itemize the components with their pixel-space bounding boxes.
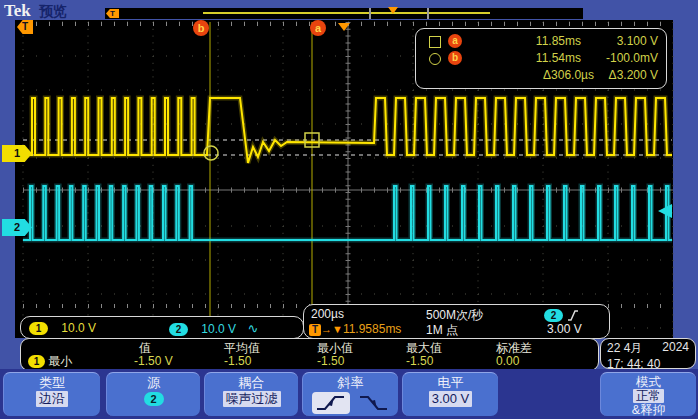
menu-coupling-button[interactable]: 耦合 噪声过滤 <box>204 372 298 416</box>
trigger-time-group: T→▼11.9585ms <box>309 322 401 336</box>
menu-coupling-value[interactable]: 噪声过滤 <box>223 391 281 407</box>
falling-edge-icon[interactable] <box>358 393 390 413</box>
timebase-trigger-box: 200µs 500M次/秒 2 T→▼11.9585ms 1M 点 3.00 V <box>303 304 610 339</box>
trigger-time: 11.9585ms <box>343 322 401 336</box>
ch2-ac-coupling-icon: ∿ <box>247 321 258 336</box>
menu-type-button[interactable]: 类型 边沿 <box>3 372 100 416</box>
record-length: 1M 点 <box>426 322 458 339</box>
year-label: 2024 <box>662 340 689 357</box>
menu-slope-button[interactable]: 斜率 <box>302 372 398 416</box>
menu-level-button[interactable]: 电平 3.00 V <box>402 372 498 416</box>
trigger-source-badge: 2 <box>544 309 563 322</box>
menu-level-value[interactable]: 3.00 V <box>429 391 473 407</box>
measurement-bar: 值 平均值 最小值 最大值 标准差 1 最小 -1.50 V -1.50 -1.… <box>20 338 599 371</box>
cursor-b-voltage: -100.0mV <box>546 51 658 65</box>
menu-source-ch2-badge[interactable]: 2 <box>144 392 164 406</box>
timebase-scale: 200µs <box>311 307 344 321</box>
oscilloscope-screen: { "header": { "logo": "Tek", "mode_label… <box>0 0 698 419</box>
menu-mode-value[interactable]: 正常 <box>633 389 664 403</box>
trigger-slope-rising-icon <box>566 309 580 322</box>
slope-rising-option[interactable] <box>312 392 350 414</box>
ch2-badge: 2 <box>169 323 188 336</box>
trigger-arrow-icon: →▼ <box>321 323 343 335</box>
trigger-t-chip-icon: T <box>309 324 321 336</box>
cursor-a-label: a <box>448 34 462 48</box>
softkey-menu: 类型 边沿 源 2 耦合 噪声过滤 斜率 电平 3.00 V 模式 <box>0 369 698 419</box>
zoom-window-left-bracket <box>369 8 371 19</box>
menu-mode-value2: &释抑 <box>601 403 696 417</box>
ch2-scale: 10.0 V <box>201 322 236 336</box>
record-waveform-strip <box>203 12 490 14</box>
menu-source-button[interactable]: 源 2 <box>106 372 200 416</box>
datetime-box: 22 4月 2024 17: 44: 40 <box>600 338 696 369</box>
cursor-b-label: b <box>448 51 462 65</box>
menu-mode-button[interactable]: 模式 正常 &释抑 <box>600 372 696 416</box>
cursor-delta-row: Δ306.0µs Δ3.200 V <box>416 67 666 84</box>
menu-slope-title: 斜率 <box>303 375 398 391</box>
menu-mode-title: 模式 <box>601 375 696 389</box>
date-label: 22 4月 <box>607 340 642 357</box>
channel-scale-box: 1 10.0 V 2 10.0 V ∿ <box>20 316 304 339</box>
trigger-position-icon <box>388 7 398 14</box>
meas-stddev: 0.00 <box>496 354 519 368</box>
trigger-source-group: 2 <box>544 308 580 322</box>
menu-source-title: 源 <box>107 375 200 391</box>
cursor-a-square-icon <box>429 36 441 48</box>
cursor-readout-box: a 11.85ms 3.100 V b 11.54ms -100.0mV Δ30… <box>415 28 667 89</box>
menu-type-title: 类型 <box>4 375 100 391</box>
cursor-b-row: b 11.54ms -100.0mV <box>416 50 666 67</box>
meas-min: -1.50 <box>317 354 344 368</box>
cursor-a-row: a 11.85ms 3.100 V <box>416 33 666 50</box>
meas-name: 最小 <box>48 354 72 368</box>
acquisition-mode-label: 预览 <box>39 3 67 21</box>
cursor-a-voltage: 3.100 V <box>546 34 658 48</box>
trigger-marker-icon: T <box>106 9 119 18</box>
rising-edge-icon <box>315 393 347 413</box>
meas-ch1-badge: 1 <box>28 355 45 368</box>
menu-type-value[interactable]: 边沿 <box>36 391 68 407</box>
ch1-scale: 10.0 V <box>61 321 96 335</box>
meas-channel-badge-group: 1 最小 <box>28 353 72 370</box>
zoom-window-right-bracket <box>427 8 429 19</box>
meas-max: -1.50 <box>406 354 433 368</box>
menu-level-title: 电平 <box>403 375 498 391</box>
cursor-b-circle-icon <box>429 53 441 65</box>
meas-mean: -1.50 <box>224 354 251 368</box>
ch1-badge: 1 <box>29 322 48 335</box>
cursor-delta-voltage: Δ3.200 V <box>546 68 658 82</box>
tek-logo: Tek <box>4 1 31 21</box>
acquisition-preview-bar: T <box>105 8 583 19</box>
trigger-level-readout: 3.00 V <box>547 322 582 336</box>
menu-coupling-title: 耦合 <box>205 375 298 391</box>
meas-value: -1.50 V <box>134 354 173 368</box>
